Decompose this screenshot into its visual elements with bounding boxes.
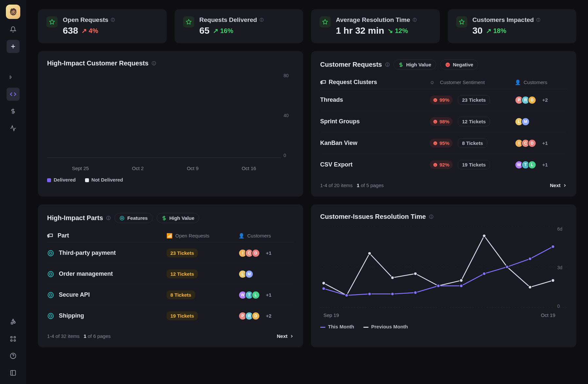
table-row[interactable]: Shipping 19 Tickets PRD +2 bbox=[47, 305, 294, 326]
table-row[interactable]: Sprint Groups 98% 12 Tickets LM bbox=[320, 111, 567, 132]
tickets-badge: 12 Tickets bbox=[166, 270, 198, 278]
svg-point-8 bbox=[448, 64, 449, 64]
row-name: Third-party payment bbox=[59, 250, 116, 256]
panel-title: High-Impact Customer Requests ⓘ bbox=[47, 60, 156, 67]
pager: 1-4 of 20 items 1 of 5 pages Next bbox=[320, 183, 567, 188]
row-name: CSV Export bbox=[320, 161, 430, 168]
sentiment-badge: 92% bbox=[430, 160, 453, 169]
kpi-trend: ↗ 4% bbox=[81, 27, 98, 35]
svg-point-21 bbox=[120, 216, 124, 220]
avatars[interactable]: ICD bbox=[238, 249, 260, 257]
tickets-badge: 12 Tickets bbox=[458, 117, 490, 126]
info-icon[interactable]: ⓘ bbox=[106, 215, 111, 221]
kpi-card[interactable]: Open Requestsⓘ 638 ↗ 4% bbox=[38, 9, 167, 43]
apps-icon[interactable] bbox=[7, 315, 20, 328]
filter-high-value[interactable]: High Value bbox=[393, 60, 436, 70]
svg-point-49 bbox=[414, 291, 417, 294]
help-icon[interactable] bbox=[7, 349, 20, 362]
svg-point-51 bbox=[460, 284, 463, 288]
table-row[interactable]: CSV Export 92% 19 Tickets WTL +1 bbox=[320, 154, 567, 175]
avatars[interactable]: PRD bbox=[238, 312, 260, 320]
avatars[interactable]: LM bbox=[515, 117, 530, 126]
extra-count: +1 bbox=[542, 140, 548, 146]
svg-point-44 bbox=[551, 279, 555, 282]
svg-point-46 bbox=[345, 294, 348, 297]
target-icon bbox=[47, 291, 54, 299]
avatars[interactable]: LM bbox=[238, 270, 253, 278]
extra-count: +1 bbox=[266, 250, 271, 256]
code-icon[interactable] bbox=[7, 88, 20, 101]
info-icon[interactable]: ⓘ bbox=[385, 62, 389, 68]
table-row[interactable]: Threads 99% 23 Tickets PRD +2 bbox=[320, 89, 567, 111]
kpi-card[interactable]: Customers Impactedⓘ 30 ↗ 18% bbox=[448, 9, 577, 43]
target-icon bbox=[47, 312, 54, 320]
svg-point-54 bbox=[528, 257, 532, 260]
svg-point-19 bbox=[434, 164, 435, 165]
panel-high-impact-parts: High-Impact Parts ⓘ Features High Value … bbox=[38, 204, 303, 347]
svg-point-36 bbox=[368, 252, 371, 255]
panel-title: Customer-Issues Resolution Time ⓘ bbox=[320, 213, 433, 220]
kpi-label: Requests Delivered bbox=[199, 16, 257, 24]
row-name: Order management bbox=[59, 271, 113, 277]
info-icon[interactable]: ⓘ bbox=[260, 17, 264, 23]
info-icon[interactable]: ⓘ bbox=[429, 214, 433, 220]
avatars[interactable]: WTL bbox=[238, 291, 260, 299]
filter-negative[interactable]: Negative bbox=[440, 60, 478, 70]
avatars[interactable]: PRD bbox=[515, 96, 536, 104]
info-icon[interactable]: ⓘ bbox=[111, 17, 115, 23]
svg-point-24 bbox=[49, 252, 52, 254]
dollar-icon[interactable] bbox=[7, 105, 20, 118]
filter-high-value[interactable]: High Value bbox=[157, 213, 199, 223]
kpi-label: Open Requests bbox=[63, 16, 108, 24]
grid-icon[interactable] bbox=[7, 332, 20, 345]
kpi-card[interactable]: Requests Deliveredⓘ 65 ↗ 16% bbox=[175, 9, 303, 43]
svg-point-34 bbox=[322, 282, 325, 285]
table-row[interactable]: KanBan View 95% 8 Tickets ICD +1 bbox=[320, 132, 567, 154]
svg-point-47 bbox=[368, 292, 371, 296]
avatars[interactable]: ICD bbox=[515, 139, 536, 148]
avatar[interactable]: 🧔🏽 bbox=[6, 5, 20, 19]
next-button[interactable]: Next bbox=[550, 183, 567, 188]
activity-icon[interactable] bbox=[7, 122, 20, 135]
svg-point-9 bbox=[433, 98, 437, 102]
svg-point-20 bbox=[436, 164, 436, 165]
svg-point-17 bbox=[436, 143, 436, 143]
svg-point-28 bbox=[49, 294, 52, 296]
info-icon[interactable]: ⓘ bbox=[152, 61, 156, 66]
info-icon[interactable]: ⓘ bbox=[536, 17, 540, 23]
filter-features[interactable]: Features bbox=[114, 213, 153, 223]
sentiment-badge: 95% bbox=[430, 139, 453, 148]
avatars[interactable]: WTL bbox=[515, 161, 536, 169]
notifications-icon[interactable] bbox=[7, 23, 20, 36]
add-icon[interactable] bbox=[7, 40, 20, 53]
kpi-label: Customers Impacted bbox=[473, 16, 534, 24]
next-button[interactable]: Next bbox=[277, 333, 294, 339]
panel-title: High-Impact Parts ⓘ bbox=[47, 214, 111, 222]
table-row[interactable]: Third-party payment 23 Tickets ICD +1 bbox=[47, 243, 294, 264]
star-icon bbox=[456, 16, 467, 27]
kpi-card[interactable]: Average Resolution Timeⓘ 1 hr 32 min ↘ 1… bbox=[311, 9, 440, 43]
table-row[interactable]: Secure API 8 Tickets WTL +1 bbox=[47, 285, 294, 305]
svg-point-40 bbox=[460, 279, 463, 282]
sidebar: 🧔🏽 bbox=[0, 0, 26, 384]
svg-point-50 bbox=[437, 284, 440, 288]
svg-point-30 bbox=[49, 315, 52, 317]
x-tick: Sep 19 bbox=[323, 312, 339, 318]
kpi-trend: ↗ 16% bbox=[213, 27, 233, 35]
table-header: 🏷 Request Clusters ☺ Customer Sentiment … bbox=[320, 76, 567, 89]
extra-count: +1 bbox=[266, 292, 271, 298]
row-name: KanBan View bbox=[320, 140, 430, 147]
svg-point-48 bbox=[391, 292, 394, 296]
info-icon[interactable]: ⓘ bbox=[413, 17, 417, 23]
svg-point-11 bbox=[436, 99, 436, 100]
pager: 1-4 of 32 items 1 of 6 pages Next bbox=[47, 333, 294, 339]
kpi-value: 30 bbox=[473, 26, 483, 36]
star-icon bbox=[320, 16, 331, 27]
row-name: Secure API bbox=[59, 291, 90, 298]
panel-title: Customer Requests ⓘ bbox=[320, 61, 389, 68]
x-tick: Sept 25 bbox=[72, 166, 89, 171]
table-row[interactable]: Order management 12 Tickets LM bbox=[47, 264, 294, 285]
broadcast-icon[interactable] bbox=[7, 71, 20, 84]
x-tick: Oct 19 bbox=[541, 312, 555, 318]
panel-icon[interactable] bbox=[7, 366, 20, 379]
